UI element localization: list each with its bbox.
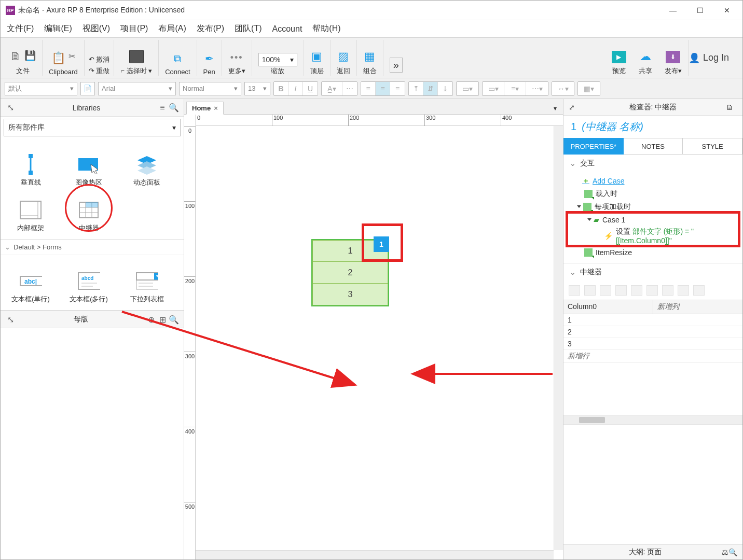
outline-search-icon[interactable]: 🔍 (728, 548, 737, 556)
paint-format[interactable]: 📄 (80, 82, 95, 95)
col-header-0[interactable]: Column0 (563, 300, 653, 314)
widget-textfield[interactable]: abc| 文本框(单行) (2, 258, 60, 304)
library-selector[interactable]: 所有部件库▾ (4, 119, 181, 136)
undo-button[interactable]: ↶ 撤消 (89, 55, 110, 64)
masters-folder-icon[interactable]: ⊞ (157, 315, 168, 325)
page-tab-home[interactable]: Home× (186, 102, 224, 115)
publish-icon[interactable]: ⬇ (666, 51, 680, 63)
rep-btn-3[interactable] (600, 285, 611, 296)
more-icon[interactable]: ••• (230, 52, 243, 63)
widget-dynamic-panel[interactable]: 动态面板 (118, 142, 176, 187)
menu-account[interactable]: Account (270, 22, 305, 36)
front-icon[interactable]: ▣ (311, 50, 322, 63)
menu-file[interactable]: 文件(F) (5, 21, 36, 36)
repeater-row[interactable]: 2 (312, 262, 388, 284)
extra-text[interactable]: ⋯ (342, 82, 357, 95)
rep-btn-9[interactable] (693, 285, 705, 296)
fill-color[interactable]: ▭▾ (457, 82, 478, 95)
select-mode-icon[interactable] (129, 50, 144, 63)
tab-notes[interactable]: NOTES (624, 138, 683, 155)
back-icon[interactable]: ▨ (338, 50, 349, 63)
outline-filter-icon[interactable]: ⚖ (722, 548, 728, 556)
close-button[interactable]: ✕ (713, 1, 740, 20)
align-left[interactable]: ≡ (361, 82, 376, 95)
insp-note-icon[interactable]: 🗎 (726, 103, 737, 111)
rep-btn-4[interactable] (615, 285, 627, 296)
masters-add-icon[interactable]: ⊕ (145, 315, 157, 325)
col-header-new[interactable]: 新增列 (653, 300, 742, 314)
menu-view[interactable]: 视图(V) (80, 21, 112, 36)
data-cell[interactable]: 2 (563, 326, 653, 338)
line-color[interactable]: ▭▾ (483, 82, 504, 95)
forms-section-header[interactable]: ⌄Default > Forms (1, 240, 184, 255)
valign-bot[interactable]: ⤓ (438, 82, 452, 95)
menu-publish[interactable]: 发布(P) (195, 21, 226, 36)
pen-icon[interactable]: ✒ (205, 52, 214, 65)
login-button[interactable]: 👤Log In (689, 52, 729, 64)
rep-btn-6[interactable] (646, 285, 658, 296)
group-icon[interactable]: ▦ (364, 50, 375, 63)
redo-button[interactable]: ↷ 重做 (89, 66, 110, 76)
preview-icon[interactable]: ▶ (612, 51, 626, 63)
file-save-icon[interactable]: 💾 (24, 50, 36, 63)
text-color[interactable]: A̲▾ (322, 82, 342, 95)
rep-btn-7[interactable] (662, 285, 673, 296)
dataset-scrollbar[interactable] (563, 415, 742, 424)
masters-collapse-icon[interactable]: ⤡ (5, 315, 16, 325)
widget-hotspot[interactable]: 图像热区 (60, 142, 118, 187)
widget-repeater[interactable]: 中继器 (60, 187, 118, 233)
data-cell[interactable]: 1 (563, 314, 653, 326)
interactions-header[interactable]: ⌄交互 (563, 155, 742, 172)
widget-vline[interactable]: 垂直线 (2, 142, 60, 187)
file-new-icon[interactable]: 🗎 (10, 50, 21, 63)
widget-name-field[interactable]: 1 (中继器 名称) (563, 116, 742, 138)
paste-icon[interactable]: 📋 (51, 51, 65, 65)
add-case-link[interactable]: ＋Add Case (582, 176, 624, 186)
underline-button[interactable]: U (303, 82, 318, 95)
lib-menu-icon[interactable]: ≡ (157, 103, 168, 113)
data-cell[interactable]: 3 (563, 338, 653, 349)
tab-properties[interactable]: PROPERTIES* (563, 138, 624, 155)
tab-overflow[interactable]: ▾ (549, 103, 561, 114)
repeater-row[interactable]: 3 (312, 284, 388, 305)
data-newrow[interactable]: 新增行 (563, 350, 653, 362)
valign-mid[interactable]: ⇵ (423, 82, 438, 95)
style-preset[interactable]: 默认▾ (5, 82, 77, 95)
arrow-style[interactable]: ↔▾ (552, 82, 574, 95)
line-style[interactable]: ⋯▾ (526, 82, 548, 95)
event-onload[interactable]: 载入时 (563, 187, 742, 200)
design-canvas[interactable]: 1 2 3 1 (196, 126, 563, 559)
italic-button[interactable]: I (288, 82, 303, 95)
close-tab-icon[interactable]: × (214, 104, 218, 112)
bold-button[interactable]: B (274, 82, 288, 95)
line-width[interactable]: ≡▾ (504, 82, 526, 95)
menu-team[interactable]: 团队(T) (232, 21, 264, 36)
zoom-input[interactable]: 100%▾ (258, 53, 297, 66)
font-size[interactable]: 13▾ (244, 82, 270, 95)
masters-search-icon[interactable]: 🔍 (168, 315, 180, 325)
widget-droplist[interactable]: 下拉列表框 (118, 258, 176, 304)
widget-textarea[interactable]: abcd 文本框(多行) (60, 258, 118, 304)
menu-help[interactable]: 帮助(H) (310, 21, 342, 36)
widget-iframe[interactable]: 内部框架 (2, 187, 60, 233)
insp-collapse-icon[interactable]: ⤢ (569, 103, 580, 111)
maximize-button[interactable]: ☐ (686, 1, 713, 20)
rep-btn-2[interactable] (584, 285, 596, 296)
align-right[interactable]: ≡ (390, 82, 405, 95)
align-center[interactable]: ≡ (376, 82, 390, 95)
valign-top[interactable]: ⤒ (409, 82, 423, 95)
rep-btn-1[interactable] (569, 285, 580, 296)
overflow-icon[interactable]: » (390, 58, 403, 73)
menu-arrange[interactable]: 布局(A) (156, 21, 188, 36)
rep-btn-8[interactable] (678, 285, 689, 296)
connect-icon[interactable]: ⧉ (174, 53, 181, 65)
scrollbar-horizontal[interactable] (196, 550, 554, 559)
rep-btn-5[interactable] (631, 285, 642, 296)
menu-project[interactable]: 项目(P) (118, 21, 150, 36)
menu-edit[interactable]: 编辑(E) (42, 21, 74, 36)
lib-search-icon[interactable]: 🔍 (168, 103, 180, 113)
font-family[interactable]: Arial▾ (98, 82, 176, 95)
scrollbar-vertical[interactable] (554, 126, 563, 550)
font-weight[interactable]: Normal▾ (179, 82, 241, 95)
event-itemresize[interactable]: ItemResize (563, 246, 742, 259)
